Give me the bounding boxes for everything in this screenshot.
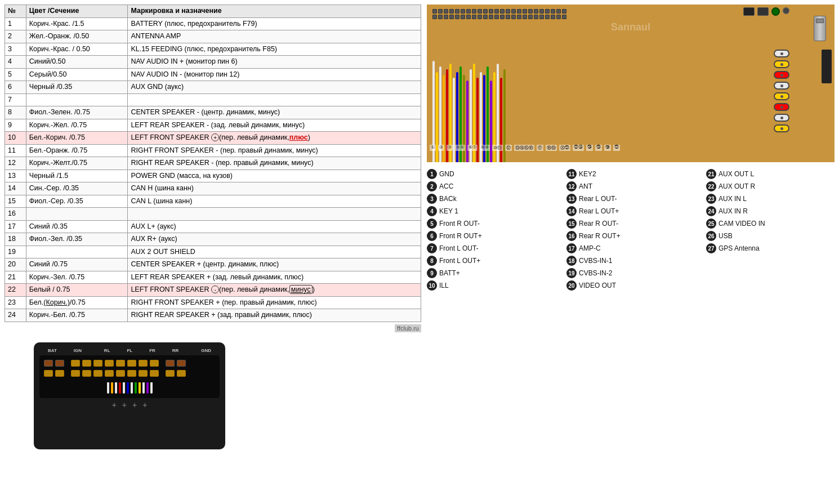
legend-num-circle: 9 [427, 268, 437, 278]
table-row-color: Корич.-Крас. / 0.50 [26, 43, 128, 56]
table-row-num: 6 [5, 81, 26, 94]
legend-num-circle: 5 [427, 218, 437, 229]
legend-item: 25CAM VIDEO IN [706, 218, 834, 229]
table-row-desc: AUX 2 OUT SHIELD [128, 246, 421, 258]
table-row-desc: POWER GND (масса, на кузов) [128, 170, 421, 182]
table-row-num: 11 [5, 144, 26, 157]
table-row-num: 2 [5, 30, 26, 43]
connector-top-labels: BAT IGN RL FL FR RR GND [39, 348, 220, 353]
legend-item: 11KEY2 [566, 169, 695, 179]
legend-item-text: AMP-C [579, 243, 601, 253]
legend-item-text: BACk [439, 194, 457, 204]
table-row-desc: RIGHT FRONT SPEAKER - (пер. правый динам… [128, 144, 421, 157]
legend-item-text: VIDEO OUT [579, 280, 616, 291]
wire-ends [44, 380, 215, 394]
legend-item: 10ILL [427, 280, 555, 291]
table-row-desc [128, 208, 421, 221]
legend-num-circle: 3 [427, 194, 437, 204]
table-row-color: Корич.-Крас. /1.5 [26, 17, 128, 30]
table-row-desc: CAN H (шина канн) [128, 182, 421, 195]
table-row-num: 13 [5, 170, 26, 182]
table-row-color: Жел.-Оранж. /0.50 [26, 30, 128, 43]
table-row-num: 3 [5, 43, 26, 56]
legend-item-text: AUX OUT L [718, 169, 754, 179]
pin-row-2 [44, 370, 215, 377]
table-row-desc: AUX L+ (аукс) [128, 220, 421, 233]
legend-num-circle: 12 [566, 181, 577, 191]
table-row-desc: NAV AUDIO IN - (монитор пин 12) [128, 68, 421, 81]
table-row-color: Корич.-Зел. /0.75 [26, 271, 128, 284]
usb-connector [814, 16, 826, 41]
legend-item: 5Front R OUT- [427, 218, 555, 229]
legend-num-circle: 20 [566, 280, 577, 291]
legend-item-text: Rear R OUT- [579, 218, 618, 229]
table-row-color: Фиол.-Зелен. /0.75 [26, 106, 128, 119]
legend-num-circle: 8 [427, 256, 437, 266]
legend-item-text: Rear L OUT- [579, 194, 617, 204]
table-row-color: Белый / 0.75 [26, 284, 128, 297]
table-row-desc: RIGHT FRONT SPEAKER + (пер. правый динам… [128, 296, 421, 309]
table-row-num: 12 [5, 157, 26, 170]
legend-num-circle: 23 [706, 194, 716, 204]
legend-num-circle: 24 [706, 206, 716, 216]
table-row-num: 16 [5, 208, 26, 221]
legend-num-circle: 4 [427, 206, 437, 216]
label-gnd: GND [201, 348, 211, 353]
legend-item-text: Front L OUT- [439, 243, 479, 253]
legend-item: 6Front R OUT+ [427, 231, 555, 241]
legend-num-circle: 14 [566, 206, 577, 216]
table-row-desc [128, 93, 421, 106]
legend-item: 2ACC [427, 181, 555, 191]
col-color-header: Цвет /Сечение [26, 5, 128, 18]
table-row-color: Фиол.-Сер. /0.35 [26, 195, 128, 208]
legend-num-circle: 6 [427, 231, 437, 241]
wire-table-section: № Цвет /Сечение Маркировка и назначение … [5, 5, 421, 332]
gps-antenna [822, 50, 832, 83]
legend-item: 17AMP-C [566, 243, 695, 253]
label-bat: BAT [48, 348, 57, 353]
legend-num-circle: 22 [706, 181, 716, 191]
table-row-color: Синий /0.35 [26, 220, 128, 233]
legend-item-text: USB [718, 231, 733, 241]
legend-column: 1GND2ACC3BACk4KEY 15Front R OUT-6Front R… [427, 169, 555, 291]
legend-item-text: ANT [579, 181, 592, 191]
legend-num-circle: 11 [566, 169, 577, 179]
legend-item: 13Rear L OUT- [566, 194, 695, 204]
legend-item-text: Rear R OUT+ [579, 231, 621, 241]
legend-item-text: CVBS-IN-2 [579, 268, 612, 278]
table-row-num: 18 [5, 233, 26, 246]
table-row-desc: CENTER SPEAKER - (центр. динамик, минус) [128, 106, 421, 119]
legend-item: 7Front L OUT- [427, 243, 555, 253]
legend-item-text: GPS Antenna [718, 243, 760, 253]
table-row-color: Фиол.-Зел. /0.35 [26, 233, 128, 246]
legend-item: 18CVBS-IN-1 [566, 256, 695, 266]
table-row-num: 19 [5, 246, 26, 258]
table-row-color [26, 208, 128, 221]
table-row-color: Корич.-Бел. /0.75 [26, 309, 128, 322]
legend-item: 3BACk [427, 194, 555, 204]
table-row-color: Черный /1.5 [26, 170, 128, 182]
table-row-color: Бел.-Оранж. /0.75 [26, 144, 128, 157]
table-row-num: 22 [5, 284, 26, 297]
table-row-desc: LEFT REAR SPEAKER + (зад. левый динамик,… [128, 271, 421, 284]
table-row-num: 9 [5, 119, 26, 132]
legend-num-circle: 19 [566, 268, 577, 278]
table-row-desc: AUX R+ (аукс) [128, 233, 421, 246]
legend-num-circle: 16 [566, 231, 577, 241]
legend-item: 22AUX OUT R [706, 181, 834, 191]
label-fl: FL [127, 348, 132, 353]
table-row-num: 7 [5, 93, 26, 106]
legend-item-text: AUX IN L [718, 194, 747, 204]
table-row-desc: KL.15 FEEDING (плюс, предохранитель F85) [128, 43, 421, 56]
legend-item-text: Front R OUT+ [439, 231, 482, 241]
legend-item: 24AUX IN R [706, 206, 834, 216]
table-row-color: Серый/0.50 [26, 68, 128, 81]
label-fr: FR [149, 348, 155, 353]
plus-signs: ++++ [39, 400, 220, 409]
legend-item: 20VIDEO OUT [566, 280, 695, 291]
table-row-color: Синий/0.50 [26, 56, 128, 69]
legend-num-circle: 10 [427, 280, 437, 291]
table-row-num: 17 [5, 220, 26, 233]
table-row-color: Корич.-Желт./0.75 [26, 157, 128, 170]
table-row-num: 15 [5, 195, 26, 208]
